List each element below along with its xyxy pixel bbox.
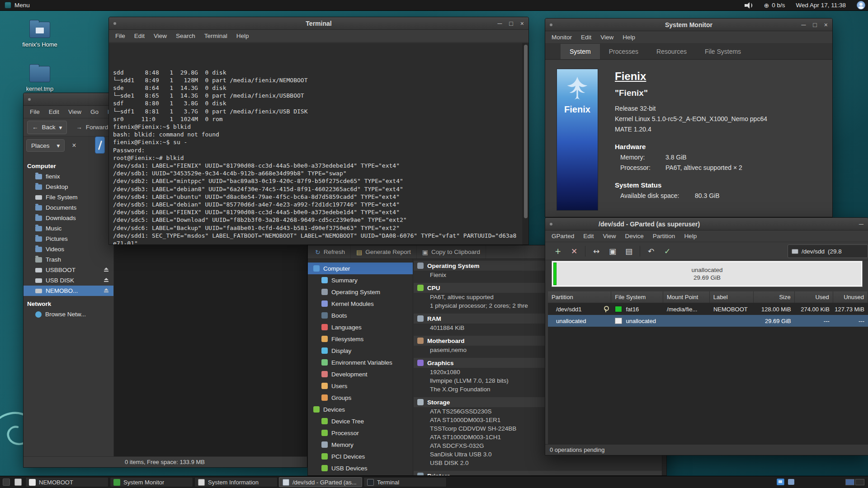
menu-item[interactable]: Search xyxy=(171,33,200,39)
tree-item[interactable]: Users xyxy=(308,380,413,392)
menu-item[interactable]: Help xyxy=(232,33,254,39)
column-header[interactable]: Used xyxy=(795,291,833,303)
column-header[interactable]: Partition xyxy=(548,291,611,303)
tree-item[interactable]: Boots xyxy=(308,310,413,321)
minimize-button[interactable]: ─ xyxy=(497,20,502,27)
menu-item[interactable]: Edit xyxy=(130,33,149,39)
menu-item[interactable]: Monitor xyxy=(547,34,576,41)
menu-item[interactable]: File xyxy=(111,33,130,39)
tree-item[interactable]: Kernel Modules xyxy=(308,298,413,310)
tree-item[interactable]: USB Devices xyxy=(308,462,413,474)
partition-row[interactable]: unallocated unallocated 29.69 GiB --- --… xyxy=(548,315,868,327)
terminal-titlebar[interactable]: Terminal ─ □ × xyxy=(109,17,528,30)
menu-item[interactable]: File xyxy=(25,108,44,115)
gparted-toolbar-button[interactable] xyxy=(585,246,585,257)
scrollbar[interactable] xyxy=(523,43,528,244)
menu-button[interactable]: Menu xyxy=(0,0,34,10)
forward-button[interactable]: → Forward xyxy=(72,124,112,131)
tree-item[interactable]: Display xyxy=(308,345,413,357)
window-selector-icon[interactable] xyxy=(777,479,784,485)
tab[interactable]: System xyxy=(561,44,600,59)
terminal-output[interactable]: sdd 8:48 1 29.8G 0 disk└─sdd1 8:49 1 128… xyxy=(109,43,523,244)
gparted-titlebar[interactable]: /dev/sdd - GParted (as superuser) ─ xyxy=(545,218,868,230)
tree-item[interactable]: Environment Variables xyxy=(308,357,413,368)
tab[interactable]: Resources xyxy=(647,44,696,59)
tree-item[interactable]: Operating System xyxy=(308,286,413,298)
sidebar-item[interactable]: Trash xyxy=(24,254,113,265)
menu-item[interactable]: Partition xyxy=(648,233,680,239)
gparted-toolbar-button[interactable]: + xyxy=(550,244,566,258)
network-monitor[interactable]: ⊕ 0 b/s xyxy=(764,2,785,9)
column-header[interactable]: File System xyxy=(611,291,663,303)
gparted-toolbar-button[interactable]: ↔ xyxy=(588,244,604,258)
sidebar-item[interactable]: USBBOOT xyxy=(24,265,113,275)
user-indicator-avatar[interactable] xyxy=(857,1,865,9)
menu-item[interactable]: Terminal xyxy=(200,33,232,39)
tree-item[interactable]: Device Tree xyxy=(308,415,413,427)
tree-item[interactable]: Computer xyxy=(308,263,413,274)
show-desktop-button[interactable] xyxy=(3,479,10,486)
workspace-cell[interactable] xyxy=(845,479,854,485)
sidebar-item[interactable]: Desktop xyxy=(24,182,113,192)
sidebar-item[interactable]: Computer xyxy=(24,161,113,171)
menu-item[interactable]: View xyxy=(599,233,621,239)
sidebar-item[interactable]: Browse Netw... xyxy=(24,309,113,319)
tree-item[interactable]: Development xyxy=(308,368,413,380)
menu-item[interactable]: Help xyxy=(679,233,701,239)
gparted-toolbar-button[interactable] xyxy=(640,246,640,257)
volume-icon[interactable] xyxy=(745,2,753,9)
column-header[interactable]: Mount Point xyxy=(663,291,710,303)
eject-icon[interactable] xyxy=(104,267,109,272)
sidebar-item[interactable]: fienix xyxy=(24,171,113,182)
tree-item[interactable]: PCI Devices xyxy=(308,450,413,462)
menu-item[interactable]: GParted xyxy=(547,233,579,239)
taskbar-button[interactable]: /dev/sdd - GParted (as... xyxy=(279,477,362,487)
sidebar-item[interactable]: Pictures xyxy=(24,234,113,244)
tree-item[interactable]: Memory xyxy=(308,439,413,450)
eject-icon[interactable] xyxy=(104,288,109,292)
sidebar-item[interactable]: Music xyxy=(24,223,113,234)
sidebar-item[interactable]: Videos xyxy=(24,244,113,254)
gparted-toolbar-button[interactable]: ▤ xyxy=(621,244,637,258)
toggle-location-entry-button[interactable] xyxy=(95,136,105,154)
notification-tray-icon[interactable] xyxy=(788,479,794,485)
column-header[interactable]: Unused xyxy=(833,291,868,303)
close-sidebar-button[interactable]: × xyxy=(72,141,76,150)
tree-item[interactable]: Languages xyxy=(308,321,413,333)
menu-item[interactable]: Go xyxy=(86,108,103,115)
sidebar-item[interactable]: Documents xyxy=(24,202,113,213)
menu-item[interactable]: View xyxy=(149,33,171,39)
tree-item[interactable]: Summary xyxy=(308,274,413,286)
tree-item[interactable]: Groups xyxy=(308,392,413,404)
tab[interactable]: File Systems xyxy=(696,44,750,59)
menu-item[interactable]: View xyxy=(596,34,618,41)
desktop-icon[interactable]: fienix's Home xyxy=(18,22,61,48)
workspace-switcher[interactable] xyxy=(845,479,864,485)
device-selector[interactable]: /dev/sdd (29.8 xyxy=(788,244,868,258)
places-dropdown[interactable]: Places ▾ xyxy=(26,139,65,152)
sidebar-item[interactable]: NEMOBO... xyxy=(24,286,113,296)
toolbar-button[interactable]: ▣ Copy to Clipboard xyxy=(417,245,486,258)
tree-item[interactable]: Filesystems xyxy=(308,333,413,345)
sidebar-item[interactable]: Downloads xyxy=(24,213,113,223)
partition-visual-bar[interactable]: unallocated 29.69 GiB xyxy=(552,261,863,287)
system-monitor-titlebar[interactable]: System Monitor ─ □ × xyxy=(545,19,832,31)
sidebar-item[interactable]: Network xyxy=(24,299,113,309)
gparted-toolbar-button[interactable]: ↶ xyxy=(643,244,659,258)
menu-item[interactable]: Edit xyxy=(44,108,64,115)
back-button[interactable]: ← Back ▾ xyxy=(27,121,67,134)
minimize-button[interactable]: ─ xyxy=(801,21,806,28)
menu-item[interactable]: Edit xyxy=(579,233,598,239)
toolbar-button[interactable]: ▤ Generate Report xyxy=(351,245,417,258)
sidebar-item[interactable]: USB DISK xyxy=(24,275,113,286)
close-button[interactable]: × xyxy=(824,21,828,28)
menu-item[interactable]: Edit xyxy=(576,34,596,41)
tree-item[interactable]: Processor xyxy=(308,427,413,439)
taskbar-button[interactable]: System Monitor xyxy=(110,477,193,487)
file-manager-launcher-icon[interactable] xyxy=(14,479,22,486)
toolbar-button[interactable]: ↻ Refresh xyxy=(310,245,351,258)
eject-icon[interactable] xyxy=(104,278,109,282)
info-row[interactable]: Printers xyxy=(414,471,662,475)
taskbar-button[interactable]: NEMOBOOT xyxy=(25,477,108,487)
taskbar-button[interactable]: System Information xyxy=(194,477,278,487)
